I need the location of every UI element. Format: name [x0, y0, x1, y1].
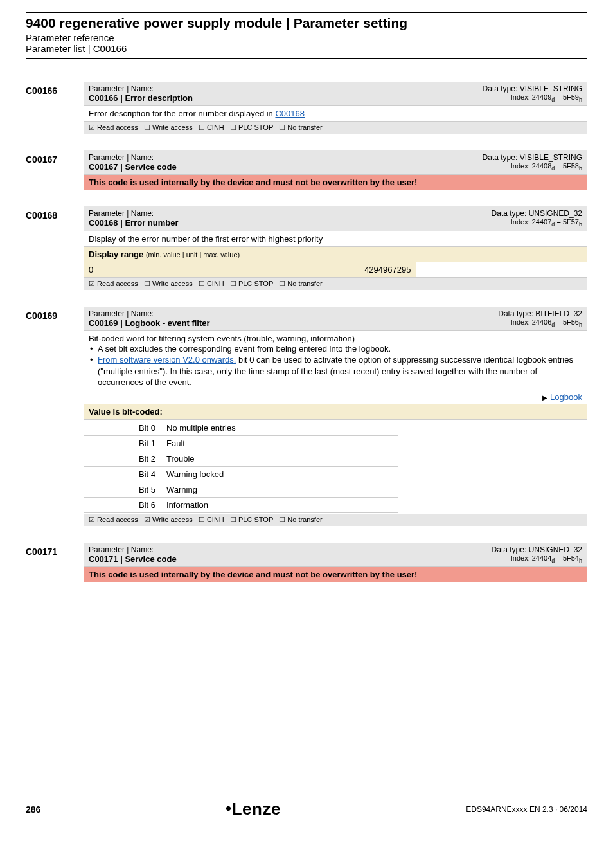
param-content: Parameter | Name: C00168 | Error number … [84, 206, 587, 289]
flag-notransfer: No transfer [287, 516, 322, 523]
flag-cinh: CINH [207, 123, 224, 131]
warning-row: This code is used internally by the devi… [84, 175, 587, 190]
param-desc-row: Bit-coded word for filtering system even… [84, 331, 587, 391]
flag-read-icon: ☑ [89, 280, 95, 287]
flag-read: Read access [97, 123, 138, 131]
bit-number: Bit 6 [84, 497, 161, 512]
bit-value: Information [161, 497, 398, 512]
flag-notransfer-icon: ☐ [279, 123, 285, 131]
flag-cinh: CINH [207, 280, 224, 287]
param-header-row: Parameter | Name: C00169 | Logbook - eve… [84, 307, 587, 331]
flag-plcstop: PLC STOP [238, 123, 273, 131]
data-type: Data type: VISIBLE_STRING [458, 84, 582, 93]
flag-notransfer: No transfer [287, 280, 322, 287]
param-label: Parameter | Name: [89, 545, 447, 554]
param-label: Parameter | Name: [89, 153, 447, 162]
table-row: Bit 0No multiple entries [84, 420, 398, 435]
param-header-row: Parameter | Name: C00171 | Service code … [84, 543, 587, 567]
flag-write: Write access [152, 516, 193, 523]
warning-row: This code is used internally by the devi… [84, 567, 587, 582]
bit-value: Fault [161, 435, 398, 451]
warning-text: This code is used internally by the devi… [84, 567, 587, 582]
version-link[interactable]: From software version V2.0 onwards, [98, 355, 236, 365]
param-code: C00167 [26, 150, 84, 190]
param-code: C00166 [26, 82, 84, 134]
param-header-row: Parameter | Name: C00168 | Error number … [84, 206, 587, 231]
param-content: Parameter | Name: C00169 | Logbook - eve… [84, 307, 587, 526]
page: 9400 regenerative power supply module | … [0, 0, 613, 829]
desc-link[interactable]: C00168 [275, 109, 305, 118]
param-content: Parameter | Name: C00166 | Error descrip… [84, 82, 587, 134]
flag-write-icon: ☑ [144, 516, 150, 523]
flag-cinh: CINH [207, 516, 224, 523]
bit-value: Warning [161, 482, 398, 497]
bit-number: Bit 1 [84, 435, 161, 451]
param-header-row: Parameter | Name: C00167 | Service code … [84, 150, 587, 175]
index-value: Index: 24404d = 5F54h [458, 554, 582, 564]
bit-value: No multiple entries [161, 420, 398, 435]
range-sublabel: (min. value | unit | max. value) [146, 251, 240, 258]
triangle-icon: ▶ [542, 394, 547, 401]
param-content: Parameter | Name: C00171 | Service code … [84, 543, 587, 582]
flags-row: ☑ Read access ☐ Write access ☐ CINH ☐ PL… [84, 278, 587, 290]
param-name: C00168 | Error number [89, 218, 447, 228]
param-desc-row: Error description for the error number d… [84, 106, 587, 122]
param-entry: C00171 Parameter | Name: C00171 | Servic… [26, 543, 587, 582]
flag-plcstop-icon: ☐ [230, 280, 236, 287]
param-entry: C00169 Parameter | Name: C00169 | Logboo… [26, 307, 587, 526]
flag-cinh-icon: ☐ [199, 516, 205, 523]
index-value: Index: 24408d = 5F58h [458, 162, 582, 172]
bullet-item: A set bit excludes the corresponding eve… [89, 343, 582, 355]
bullet-item: From software version V2.0 onwards, bit … [89, 354, 582, 388]
param-desc-row: Display of the error number of the first… [84, 231, 587, 247]
flag-notransfer: No transfer [287, 123, 322, 131]
bit-value: Warning locked [161, 466, 398, 482]
bits-header-row: Value is bit-coded: [84, 404, 587, 420]
flag-write-icon: ☐ [144, 123, 150, 131]
param-code: C00171 [26, 543, 84, 582]
table-row: Bit 6Information [84, 497, 398, 512]
flag-cinh-icon: ☐ [199, 123, 205, 131]
param-label: Parameter | Name: [89, 209, 447, 218]
page-subtitle-1: Parameter reference [26, 32, 587, 43]
doc-id: EDS94ARNExxxx EN 2.3 · 06/2014 [466, 805, 587, 814]
page-title: 9400 regenerative power supply module | … [26, 15, 587, 31]
flag-read: Read access [97, 516, 138, 523]
desc-text: Display of the error number of the first… [84, 231, 587, 247]
bullet-list: A set bit excludes the corresponding eve… [89, 343, 582, 388]
param-name: C00169 | Logbook - event filter [89, 318, 447, 328]
range-values-row: 0 4294967295 [84, 262, 587, 278]
flag-read-icon: ☑ [89, 516, 95, 523]
flag-write-icon: ☐ [144, 280, 150, 287]
page-number: 286 [26, 804, 40, 815]
logbook-link[interactable]: Logbook [550, 392, 582, 402]
bit-number: Bit 4 [84, 466, 161, 482]
flag-plcstop: PLC STOP [238, 280, 273, 287]
flags-row: ☑ Read access ☑ Write access ☐ CINH ☐ PL… [84, 514, 587, 526]
flag-plcstop-icon: ☐ [230, 123, 236, 131]
index-value: Index: 24406d = 5F56h [458, 318, 582, 328]
data-type: Data type: UNSIGNED_32 [458, 545, 582, 554]
bits-label: Value is bit-coded: [84, 404, 587, 420]
desc-text: Bit-coded word for filtering system even… [89, 334, 582, 343]
table-row: Bit 5Warning [84, 482, 398, 497]
range-min: 0 [84, 262, 250, 278]
range-label: Display range [89, 249, 146, 259]
param-name: C00171 | Service code [89, 554, 447, 564]
flag-plcstop-icon: ☐ [230, 516, 236, 523]
param-header-row: Parameter | Name: C00166 | Error descrip… [84, 82, 587, 106]
brand-logo: Lenze [226, 799, 281, 819]
param-code: C00168 [26, 206, 84, 289]
brand-dot-icon [225, 805, 231, 811]
param-content: Parameter | Name: C00167 | Service code … [84, 150, 587, 190]
logbook-link-row: ▶ Logbook [84, 391, 587, 404]
index-value: Index: 24409d = 5F59h [458, 93, 582, 103]
page-footer: 286 Lenze EDS94ARNExxxx EN 2.3 · 06/2014 [0, 791, 613, 829]
table-row: Bit 2Trouble [84, 451, 398, 466]
top-rule [26, 12, 587, 13]
data-type: Data type: BITFIELD_32 [458, 309, 582, 318]
bits-table: Bit 0No multiple entries Bit 1Fault Bit … [84, 420, 398, 513]
bit-number: Bit 0 [84, 420, 161, 435]
table-row: Bit 4Warning locked [84, 466, 398, 482]
param-entry: C00168 Parameter | Name: C00168 | Error … [26, 206, 587, 289]
